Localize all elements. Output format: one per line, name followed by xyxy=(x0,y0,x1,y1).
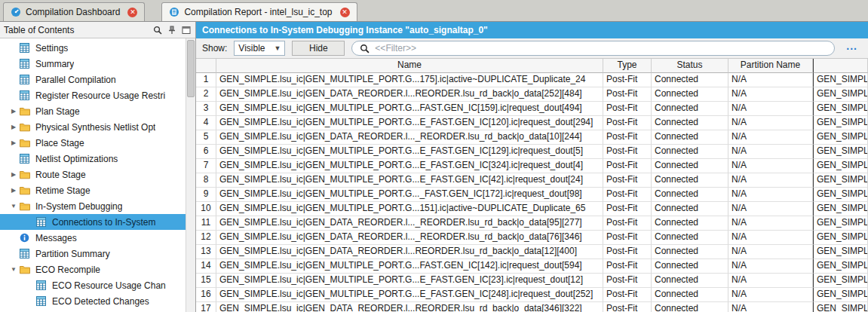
cell-extra[interactable]: GEN_SIMPLE xyxy=(813,202,868,216)
cell-type[interactable]: Post-Fit xyxy=(603,216,652,231)
cell-extra[interactable]: GEN_SIMPLE xyxy=(813,188,868,202)
cell-partition[interactable]: N/A xyxy=(728,274,813,288)
table-row[interactable]: 16 GEN_SIMPLE.lsu_ic|GEN_MULTIPLE_PORT.G… xyxy=(196,288,868,302)
cell-status[interactable]: Connected xyxy=(652,216,728,231)
cell-name[interactable]: GEN_SIMPLE.lsu_ic|GEN_DATA_REORDER.l...R… xyxy=(216,302,603,312)
cell-status[interactable]: Connected xyxy=(652,73,728,87)
toc-tree-item[interactable]: ▶ Route Stage xyxy=(0,167,186,182)
show-dropdown[interactable]: Visible ▼ xyxy=(234,41,285,56)
cell-status[interactable]: Connected xyxy=(652,173,728,188)
toc-scrollbar[interactable] xyxy=(186,38,195,312)
cell-type[interactable]: Post-Fit xyxy=(603,116,652,130)
cell-name[interactable]: GEN_SIMPLE.lsu_ic|GEN_DATA_REORDER.l..._… xyxy=(216,231,603,245)
cell-status[interactable]: Connected xyxy=(652,87,728,102)
toc-tree-item[interactable]: Summary xyxy=(0,56,186,72)
cell-type[interactable]: Post-Fit xyxy=(603,73,652,87)
more-options-button[interactable]: ... xyxy=(842,40,862,57)
cell-name[interactable]: GEN_SIMPLE.lsu_ic|GEN_MULTIPLE_PORT.G...… xyxy=(216,259,603,274)
toc-tree-item[interactable]: ECO Resource Usage Chan xyxy=(0,277,186,293)
cell-partition[interactable]: N/A xyxy=(728,202,813,216)
detach-icon[interactable] xyxy=(181,25,192,35)
tab-compilation-report[interactable]: Compilation Report - intel_lsu_ic_top ✕ xyxy=(161,2,357,21)
toc-scrollbar-thumb[interactable] xyxy=(187,40,195,97)
cell-type[interactable]: Post-Fit xyxy=(603,245,652,259)
toc-tree-item[interactable]: Messages xyxy=(0,230,186,246)
cell-status[interactable]: Connected xyxy=(652,302,728,312)
cell-status[interactable]: Connected xyxy=(652,145,728,159)
cell-type[interactable]: Post-Fit xyxy=(603,173,652,188)
cell-status[interactable]: Connected xyxy=(652,274,728,288)
toc-tree-item[interactable]: ▶ Plan Stage xyxy=(0,103,186,119)
cell-partition[interactable]: N/A xyxy=(728,231,813,245)
cell-status[interactable]: Connected xyxy=(652,259,728,274)
cell-name[interactable]: GEN_SIMPLE.lsu_ic|GEN_MULTIPLE_PORT.G...… xyxy=(216,159,603,173)
cell-type[interactable]: Post-Fit xyxy=(603,202,652,216)
tree-collapsed-expander-icon[interactable]: ▶ xyxy=(8,108,20,115)
cell-partition[interactable]: N/A xyxy=(728,73,813,87)
pin-icon[interactable] xyxy=(167,25,177,35)
cell-status[interactable]: Connected xyxy=(652,288,728,302)
cell-extra[interactable]: GEN_SIMPLE xyxy=(813,231,868,245)
cell-status[interactable]: Connected xyxy=(652,202,728,216)
cell-type[interactable]: Post-Fit xyxy=(603,159,652,173)
cell-type[interactable]: Post-Fit xyxy=(603,102,652,116)
table-row[interactable]: 4 GEN_SIMPLE.lsu_ic|GEN_MULTIPLE_PORT.G.… xyxy=(196,116,868,130)
cell-type[interactable]: Post-Fit xyxy=(603,87,652,102)
header-partition-name[interactable]: Partition Name xyxy=(728,59,813,73)
toc-tree-item[interactable]: ▶ Physical Synthesis Netlist Opt xyxy=(0,119,186,135)
cell-name[interactable]: GEN_SIMPLE.lsu_ic|GEN_DATA_REORDER.l...R… xyxy=(216,87,603,102)
cell-type[interactable]: Post-Fit xyxy=(603,231,652,245)
cell-name[interactable]: GEN_SIMPLE.lsu_ic|GEN_MULTIPLE_PORT.G...… xyxy=(216,145,603,159)
toc-tree-item[interactable]: ECO Detected Changes xyxy=(0,293,186,309)
toc-tree-item[interactable]: ▼ ECO Recompile xyxy=(0,262,186,277)
cell-name[interactable]: GEN_SIMPLE.lsu_ic|GEN_MULTIPLE_PORT.G...… xyxy=(216,202,603,216)
hide-button[interactable]: Hide xyxy=(292,41,345,56)
cell-partition[interactable]: N/A xyxy=(728,145,813,159)
cell-partition[interactable]: N/A xyxy=(728,302,813,312)
cell-status[interactable]: Connected xyxy=(652,130,728,145)
cell-type[interactable]: Post-Fit xyxy=(603,130,652,145)
cell-extra[interactable]: GEN_SIMPLE xyxy=(813,259,868,274)
table-row[interactable]: 12 GEN_SIMPLE.lsu_ic|GEN_DATA_REORDER.l.… xyxy=(196,231,868,245)
cell-status[interactable]: Connected xyxy=(652,116,728,130)
header-type[interactable]: Type xyxy=(603,59,652,73)
toc-tree-item[interactable]: ▶ Retime Stage xyxy=(0,182,186,198)
cell-partition[interactable]: N/A xyxy=(728,130,813,145)
cell-name[interactable]: GEN_SIMPLE.lsu_ic|GEN_MULTIPLE_PORT.G...… xyxy=(216,102,603,116)
cell-status[interactable]: Connected xyxy=(652,231,728,245)
tree-expanded-expander-icon[interactable]: ▼ xyxy=(8,266,20,273)
table-row[interactable]: 2 GEN_SIMPLE.lsu_ic|GEN_DATA_REORDER.l..… xyxy=(196,87,868,102)
cell-extra[interactable]: GEN_SIMPLE xyxy=(813,173,868,188)
toc-tree-item[interactable]: Parallel Compilation xyxy=(0,72,186,87)
cell-name[interactable]: GEN_SIMPLE.lsu_ic|GEN_MULTIPLE_PORT.G...… xyxy=(216,173,603,188)
cell-extra[interactable]: GEN_SIMPLE xyxy=(813,87,868,102)
cell-partition[interactable]: N/A xyxy=(728,288,813,302)
table-row[interactable]: 6 GEN_SIMPLE.lsu_ic|GEN_MULTIPLE_PORT.G.… xyxy=(196,145,868,159)
cell-type[interactable]: Post-Fit xyxy=(603,274,652,288)
toc-tree-item[interactable]: ▶ Place Stage xyxy=(0,135,186,151)
cell-extra[interactable]: GEN_SIMPLE xyxy=(813,274,868,288)
cell-name[interactable]: GEN_SIMPLE.lsu_ic|GEN_DATA_REORDER.l...R… xyxy=(216,245,603,259)
header-name[interactable]: Name xyxy=(216,59,603,73)
cell-partition[interactable]: N/A xyxy=(728,159,813,173)
cell-type[interactable]: Post-Fit xyxy=(603,145,652,159)
cell-type[interactable]: Post-Fit xyxy=(603,259,652,274)
table-row[interactable]: 11 GEN_SIMPLE.lsu_ic|GEN_DATA_REORDER.l.… xyxy=(196,216,868,231)
cell-extra[interactable]: GEN_SIMPLE xyxy=(813,216,868,231)
header-extra[interactable] xyxy=(813,59,868,73)
cell-extra[interactable]: GEN_SIMPLE xyxy=(813,245,868,259)
toc-tree-item[interactable]: Connections to In-System xyxy=(0,214,186,230)
tree-collapsed-expander-icon[interactable]: ▶ xyxy=(8,171,20,178)
cell-name[interactable]: GEN_SIMPLE.lsu_ic|GEN_MULTIPLE_PORT.G...… xyxy=(216,116,603,130)
table-row[interactable]: 8 GEN_SIMPLE.lsu_ic|GEN_MULTIPLE_PORT.G.… xyxy=(196,173,868,188)
toc-tree-item[interactable]: Settings xyxy=(0,40,186,56)
cell-type[interactable]: Post-Fit xyxy=(603,188,652,202)
table-row[interactable]: 15 GEN_SIMPLE.lsu_ic|GEN_MULTIPLE_PORT.G… xyxy=(196,274,868,288)
table-row[interactable]: 7 GEN_SIMPLE.lsu_ic|GEN_MULTIPLE_PORT.G.… xyxy=(196,159,868,173)
cell-name[interactable]: GEN_SIMPLE.lsu_ic|GEN_MULTIPLE_PORT.G...… xyxy=(216,288,603,302)
cell-status[interactable]: Connected xyxy=(652,159,728,173)
toc-tree-item[interactable]: Partition Summary xyxy=(0,246,186,262)
cell-name[interactable]: GEN_SIMPLE.lsu_ic|GEN_MULTIPLE_PORT.G...… xyxy=(216,73,603,87)
cell-partition[interactable]: N/A xyxy=(728,87,813,102)
table-row[interactable]: 13 GEN_SIMPLE.lsu_ic|GEN_DATA_REORDER.l.… xyxy=(196,245,868,259)
